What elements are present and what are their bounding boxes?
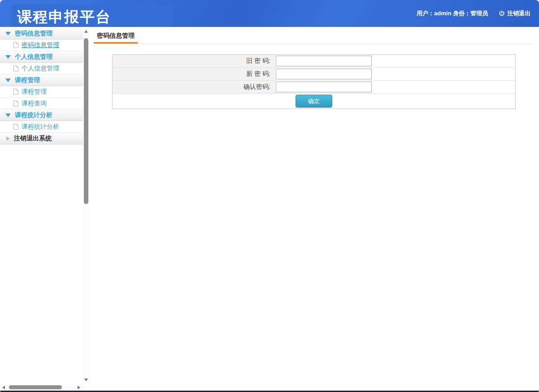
sidebar-item-label: 个人信息管理 — [22, 65, 59, 73]
confirm-password-cell — [274, 81, 515, 93]
old-password-label: 旧 密 码: — [113, 55, 274, 67]
file-icon — [13, 89, 18, 95]
triangle-down-icon — [5, 55, 11, 59]
sidebar-group-logout-system[interactable]: 注销退出系统 — [0, 133, 83, 144]
confirm-button[interactable]: 确定 — [296, 95, 332, 108]
sidebar-group-label: 注销退出系统 — [14, 135, 52, 143]
sidebar-group-course-management[interactable]: 课程管理 — [0, 74, 83, 86]
new-password-field[interactable] — [276, 69, 372, 79]
sidebar-group-personal-info[interactable]: 个人信息管理 — [0, 51, 83, 63]
confirm-password-label: 确认密码: — [113, 81, 274, 93]
sidebar-item-personal-info[interactable]: 个人信息管理 — [0, 63, 83, 74]
logout-label: 注销退出 — [507, 9, 530, 17]
triangle-down-icon — [5, 113, 11, 117]
sidebar-item-label: 课程查询 — [22, 100, 47, 108]
sidebar-item-label: 课程统计分析 — [22, 123, 59, 131]
new-password-cell — [274, 68, 515, 80]
confirm-password-field[interactable] — [276, 82, 372, 92]
triangle-down-icon — [5, 32, 11, 35]
triangle-down-icon — [5, 78, 11, 82]
form-row-old-password: 旧 密 码: — [113, 55, 515, 68]
sidebar-vertical-scrollbar[interactable] — [83, 28, 89, 384]
password-management-page: 课程申报平台 用户：admin 身份：管理员 注销退出 密码信息管理 — [0, 0, 539, 392]
sidebar-horizontal-scrollbar[interactable] — [0, 384, 83, 391]
sidebar-menu: 密码信息管理 密码信息管理 个人信息管理 个人信息管理 课程管理 — [0, 28, 83, 144]
scroll-down-arrow-icon[interactable] — [84, 379, 88, 381]
app-title: 课程申报平台 — [11, 4, 174, 27]
sidebar-item-course-query[interactable]: 课程查询 — [0, 98, 83, 109]
sidebar-item-course-management[interactable]: 课程管理 — [0, 86, 83, 98]
old-password-field[interactable] — [276, 56, 372, 66]
sidebar-group-label: 密码信息管理 — [15, 30, 52, 38]
file-icon — [13, 65, 18, 71]
sidebar-group-label: 课程统计分析 — [15, 111, 52, 119]
main-content: 密码信息管理 旧 密 码: 新 密 码: 确认密码: — [89, 27, 539, 391]
scroll-up-arrow-icon[interactable] — [84, 30, 88, 33]
sidebar-group-course-statistics[interactable]: 课程统计分析 — [0, 109, 83, 121]
vertical-scrollbar-thumb[interactable] — [84, 38, 88, 204]
sidebar: 密码信息管理 密码信息管理 个人信息管理 个人信息管理 课程管理 — [0, 27, 89, 384]
logout-button[interactable]: 注销退出 — [499, 9, 530, 17]
horizontal-scrollbar-thumb[interactable] — [9, 385, 62, 389]
change-password-form: 旧 密 码: 新 密 码: 确认密码: 确定 — [112, 54, 516, 109]
form-row-new-password: 新 密 码: — [113, 68, 515, 81]
app-title-panel: 课程申报平台 — [11, 4, 174, 27]
new-password-label: 新 密 码: — [113, 68, 274, 80]
scroll-right-arrow-icon[interactable] — [78, 386, 80, 389]
power-icon — [499, 10, 505, 17]
file-icon — [13, 100, 18, 106]
sidebar-group-label: 个人信息管理 — [15, 53, 52, 61]
file-icon — [13, 42, 18, 48]
old-password-cell — [274, 55, 515, 67]
sidebar-item-label: 密码信息管理 — [22, 41, 59, 49]
tab-password-management[interactable]: 密码信息管理 — [94, 27, 138, 44]
triangle-right-icon — [6, 136, 10, 141]
user-area: 用户：admin 身份：管理员 注销退出 — [417, 0, 530, 27]
sidebar-item-password-management[interactable]: 密码信息管理 — [0, 39, 83, 51]
sidebar-group-password-management[interactable]: 密码信息管理 — [0, 28, 83, 39]
sidebar-group-label: 课程管理 — [15, 76, 40, 84]
sidebar-item-label: 课程管理 — [22, 88, 47, 96]
user-info: 用户：admin 身份：管理员 — [417, 9, 488, 17]
scroll-left-arrow-icon[interactable] — [2, 386, 5, 389]
sidebar-item-course-statistics[interactable]: 课程统计分析 — [0, 121, 83, 133]
app-header: 课程申报平台 用户：admin 身份：管理员 注销退出 — [0, 0, 539, 27]
form-button-row: 确定 — [113, 94, 515, 109]
form-row-confirm-password: 确认密码: — [113, 81, 515, 94]
tab-bar: 密码信息管理 — [94, 27, 531, 44]
file-icon — [13, 124, 18, 130]
